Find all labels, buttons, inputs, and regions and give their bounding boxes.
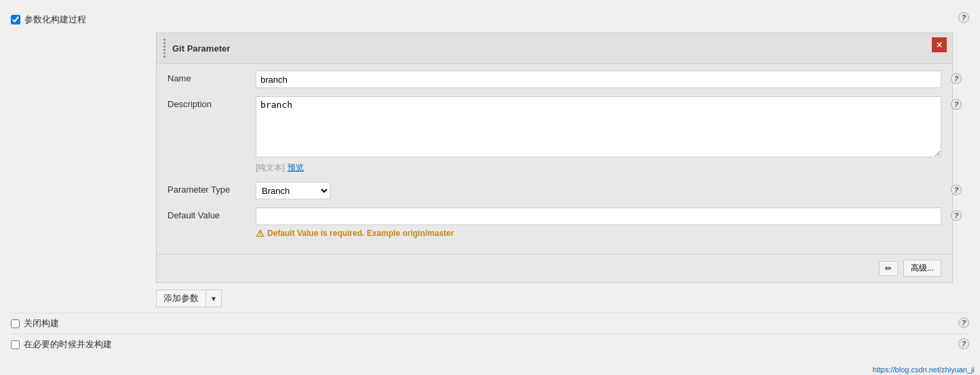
- default-value-help-icon[interactable]: ?: [951, 210, 962, 221]
- warning-text: Default Value is required. Example origi…: [267, 229, 454, 238]
- concurrent-build-label: 在必要的时候并发构建: [24, 338, 112, 351]
- param-type-row: Parameter Type Branch Tag Revision Pull …: [168, 182, 941, 199]
- edit-button[interactable]: ✏: [879, 261, 898, 276]
- concurrent-build-checkbox[interactable]: [11, 340, 20, 349]
- git-param-title: Git Parameter: [172, 43, 230, 54]
- warning-message: ⚠ Default Value is required. Example ori…: [256, 228, 941, 239]
- close-button[interactable]: ×: [932, 37, 947, 52]
- param-type-label: Parameter Type: [168, 182, 256, 195]
- url-bar: https://blog.csdn.net/zhiyuan_ji: [867, 364, 980, 375]
- default-value-field: ⚠ Default Value is required. Example ori…: [256, 208, 941, 239]
- page-wrapper: 参数化构建过程 ? Git Parameter × Name ?: [0, 0, 980, 361]
- warning-icon: ⚠: [256, 228, 264, 239]
- description-help-icon[interactable]: ?: [951, 99, 962, 110]
- parameterized-section: 参数化构建过程 ?: [0, 7, 980, 26]
- card-actions: ✏ 高级...: [157, 254, 952, 282]
- concurrent-build-help-icon[interactable]: ?: [958, 338, 969, 349]
- preview-tab[interactable]: 预览: [288, 162, 304, 174]
- plain-text-tab: [纯文本]: [256, 162, 285, 174]
- parameterized-label: 参数化构建过程: [24, 14, 86, 26]
- text-tabs: [纯文本] 预览: [256, 162, 941, 174]
- name-input[interactable]: [256, 71, 941, 88]
- form-body: Name ? Description branch [纯文本] 预览 ?: [157, 64, 952, 254]
- param-type-select[interactable]: Branch Tag Revision Pull Request: [256, 182, 330, 199]
- git-param-card: Git Parameter × Name ? Description branc…: [156, 33, 953, 283]
- git-param-header: Git Parameter ×: [157, 33, 952, 64]
- param-type-help-icon[interactable]: ?: [951, 184, 962, 195]
- description-textarea[interactable]: branch: [256, 96, 941, 157]
- edit-icon: ✏: [885, 264, 892, 273]
- description-row: Description branch [纯文本] 预览 ?: [168, 96, 941, 174]
- name-row: Name ?: [168, 71, 941, 88]
- description-label: Description: [168, 96, 256, 109]
- parameterized-checkbox[interactable]: [11, 15, 20, 24]
- add-param-label[interactable]: 添加参数: [157, 290, 206, 307]
- default-value-row: Default Value ⚠ Default Value is require…: [168, 208, 941, 239]
- close-build-label: 关闭构建: [24, 317, 59, 330]
- name-help-icon[interactable]: ?: [951, 73, 962, 84]
- close-build-help-icon[interactable]: ?: [958, 317, 969, 328]
- advanced-button[interactable]: 高级...: [903, 260, 941, 277]
- concurrent-build-row: 在必要的时候并发构建 ?: [11, 334, 969, 355]
- add-param-section: 添加参数 ▼: [156, 290, 980, 307]
- description-field: branch [纯文本] 预览: [256, 96, 941, 174]
- add-param-dropdown-arrow[interactable]: ▼: [206, 290, 221, 307]
- default-value-input[interactable]: [256, 208, 941, 225]
- default-value-label: Default Value: [168, 208, 256, 220]
- add-param-button[interactable]: 添加参数 ▼: [156, 290, 222, 307]
- name-label: Name: [168, 71, 256, 83]
- name-field: [256, 71, 941, 88]
- parameterized-checkbox-area: 参数化构建过程: [11, 14, 86, 26]
- param-type-field: Branch Tag Revision Pull Request: [256, 182, 941, 199]
- parameterized-help-icon[interactable]: ?: [958, 12, 969, 23]
- close-build-row: 关闭构建 ?: [11, 313, 969, 334]
- bottom-options: 关闭构建 ? 在必要的时候并发构建 ?: [0, 313, 980, 355]
- drag-handle[interactable]: [163, 39, 165, 58]
- close-build-checkbox[interactable]: [11, 319, 20, 328]
